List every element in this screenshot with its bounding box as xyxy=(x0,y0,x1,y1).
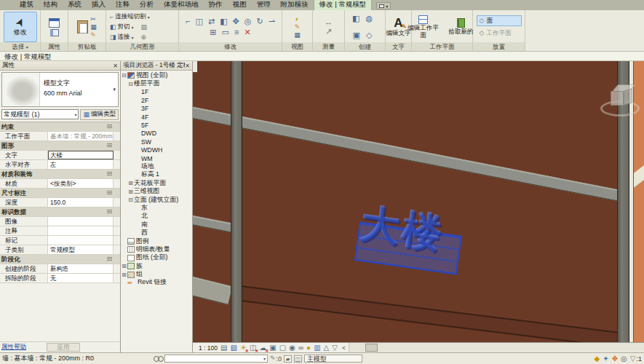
sun-path-icon[interactable]: ☀✕ xyxy=(240,344,247,352)
prop-row-image[interactable]: 图像 xyxy=(0,217,120,226)
viewcube-front-face[interactable] xyxy=(611,91,624,106)
floor-band[interactable] xyxy=(193,215,233,232)
chevron-down-icon[interactable]: ▾ xyxy=(113,87,116,92)
prop-row-workplane[interactable]: 工作平面基本墙 : 常规 - 200mm xyxy=(0,132,120,141)
section-collapse-icon[interactable] xyxy=(107,210,112,213)
tab-annotate[interactable]: 注释 xyxy=(111,0,135,10)
prop-row-comments[interactable]: 注释 xyxy=(0,226,120,236)
section-collapse-icon[interactable] xyxy=(107,143,112,147)
tab-manage[interactable]: 管理 xyxy=(252,0,276,10)
tree-item-families[interactable]: ⊞族 xyxy=(121,262,192,270)
panel-label-select[interactable]: 选择 ▾ xyxy=(0,42,40,51)
crop-region-icon[interactable]: ▢ xyxy=(279,344,286,352)
tree-item-level[interactable]: SW xyxy=(121,138,192,146)
tree-item-level[interactable]: WDWH xyxy=(121,146,192,154)
section-phasing[interactable]: 阶段化 xyxy=(0,255,120,264)
drawing-area[interactable]: 大楼 xyxy=(193,61,644,342)
selection-filter[interactable]: ▽ :1 xyxy=(630,355,642,363)
displace-icon[interactable]: ▦ xyxy=(294,32,301,39)
tab-massing-site[interactable]: 体量和场地 xyxy=(159,0,204,10)
view-properties-icon[interactable]: ▥ xyxy=(314,344,320,352)
detail-level-icon[interactable]: ▤ xyxy=(220,344,227,352)
viewcube-side-face[interactable] xyxy=(624,88,632,106)
prop-row-depth[interactable]: 深度150.0 xyxy=(0,198,120,207)
reveal-hidden-icon[interactable]: ● xyxy=(306,344,311,352)
expand-icon[interactable]: ⊞ xyxy=(121,272,127,278)
element-filter-combo[interactable]: 常规模型 (1) ▾ xyxy=(1,109,79,119)
pin-icon[interactable]: ≡ xyxy=(234,28,239,36)
tree-item-views[interactable]: ⊟视图 (全部) xyxy=(121,71,192,79)
delete-icon[interactable]: ✕ xyxy=(244,28,250,36)
scrollbar-thumb[interactable] xyxy=(365,344,378,352)
edit-text-icon[interactable]: A ✎ xyxy=(394,17,402,29)
tree-item-level[interactable]: 5F xyxy=(121,121,192,129)
floor-band[interactable] xyxy=(193,277,232,305)
scale-button[interactable]: 1 : 100 xyxy=(199,344,218,352)
edit-workplane-icon[interactable] xyxy=(418,15,428,24)
worksharing-display-button[interactable]: ▰ xyxy=(284,355,292,363)
rendering-dialog-icon[interactable]: ☁✕ xyxy=(259,344,266,352)
section-materials[interactable]: 材质和装饰 xyxy=(0,170,120,179)
analytical-model-icon[interactable]: △ xyxy=(324,344,330,352)
edit-workplane-button[interactable]: 编辑工作平面 xyxy=(407,25,440,39)
select-settings-icon[interactable]: ◎ xyxy=(621,355,627,363)
type-properties-icon[interactable] xyxy=(50,29,59,36)
join-geometry-button[interactable]: ◨ 连接 ▾ ⊕ xyxy=(110,33,146,41)
tree-item-level[interactable]: 1F xyxy=(121,88,192,96)
prop-row-text[interactable]: 文字大楼 xyxy=(0,151,120,160)
tree-item-level[interactable]: 3F xyxy=(121,105,192,113)
tree-item-elevations[interactable]: ⊟立面 (建筑立面) xyxy=(121,196,192,204)
tab-architecture[interactable]: 建筑 xyxy=(15,0,39,10)
edit-type-button[interactable]: ▦ 编辑类型 xyxy=(80,109,119,120)
split-icon[interactable]: ◧ xyxy=(220,17,227,25)
design-option-box[interactable]: 主模型 xyxy=(304,355,362,363)
prop-row-phase-created[interactable]: 创建的阶段新构造 xyxy=(0,264,120,274)
expand-icon[interactable]: ⊞ xyxy=(121,263,127,269)
tree-item-elevation[interactable]: 北 xyxy=(121,213,192,221)
properties-palette-icon[interactable] xyxy=(49,18,60,28)
offset-icon[interactable]: ◫ xyxy=(196,17,203,25)
create-group-icon[interactable]: ◧ xyxy=(352,15,359,23)
copy-element-icon[interactable]: ◎ xyxy=(245,17,252,25)
editing-requests[interactable]: ✎ :0 xyxy=(270,355,282,363)
tab-analyze[interactable]: 分析 xyxy=(135,0,159,10)
paste-icon[interactable] xyxy=(77,20,88,33)
expand-icon[interactable]: ⊞ xyxy=(127,189,134,195)
cut-geometry-button[interactable]: ◧ 剪切 ▾ ▨ xyxy=(110,23,147,31)
linework-icon[interactable]: ✎ xyxy=(295,24,301,31)
selected-model-text[interactable]: 大楼 xyxy=(353,208,466,286)
copy-icon[interactable]: ▦ xyxy=(90,24,97,31)
prop-row-subcategory[interactable]: 子类别常规模型 xyxy=(0,245,120,255)
visual-style-icon[interactable]: ▧ xyxy=(230,344,236,352)
section-dimensions[interactable]: 尺寸标注 xyxy=(0,189,120,198)
prop-row-mark[interactable]: 标记 xyxy=(0,236,120,245)
mirror-icon[interactable]: ⇄ xyxy=(208,17,215,25)
worksets-dialog-button[interactable]: ◫ xyxy=(294,355,302,363)
properties-header[interactable]: 属性 ✕ xyxy=(0,61,120,71)
tree-item-ceilingplans[interactable]: ⊞天花板平面 xyxy=(121,179,192,187)
tab-insert[interactable]: 插入 xyxy=(87,0,111,10)
tree-item-level[interactable]: 标高 1 xyxy=(121,171,192,179)
section-collapse-icon[interactable] xyxy=(107,172,112,175)
trim-icon[interactable]: ⇀ xyxy=(269,17,275,25)
section-collapse-icon[interactable] xyxy=(107,191,112,194)
section-collapse-icon[interactable] xyxy=(107,124,112,128)
project-browser-header[interactable]: 项目浏览器 - 1号楼 定稿.00 ✕ xyxy=(121,61,192,71)
apply-button[interactable]: 应用 xyxy=(47,343,80,352)
prop-row-halign[interactable]: 水平对齐左 xyxy=(0,160,120,170)
move-icon[interactable]: ✥ xyxy=(233,17,239,25)
pick-new-host-icon[interactable] xyxy=(457,18,465,28)
create-assembly-icon[interactable]: ▣ xyxy=(353,31,360,39)
collapse-arrow[interactable]: < xyxy=(342,344,346,352)
constraints-icon[interactable]: ▽ xyxy=(332,344,338,352)
tree-item-sheets[interactable]: 图纸 (全部) xyxy=(121,254,192,262)
tree-item-elevation[interactable]: 东 xyxy=(121,204,192,212)
section-identity[interactable]: 标识数据 xyxy=(0,207,120,217)
tree-item-floorplans[interactable]: ⊟楼层平面 xyxy=(121,79,192,87)
shadows-icon[interactable]: ◫✕ xyxy=(250,344,256,352)
tree-item-level[interactable]: DWD xyxy=(121,130,192,138)
properties-help-link[interactable]: 属性帮助 xyxy=(1,343,26,352)
tree-item-level[interactable]: 2F xyxy=(121,96,192,104)
create-parts-icon[interactable]: ◇ xyxy=(366,31,372,39)
cope-button[interactable]: ⌐ 连接端切割 ▾ xyxy=(110,12,150,21)
